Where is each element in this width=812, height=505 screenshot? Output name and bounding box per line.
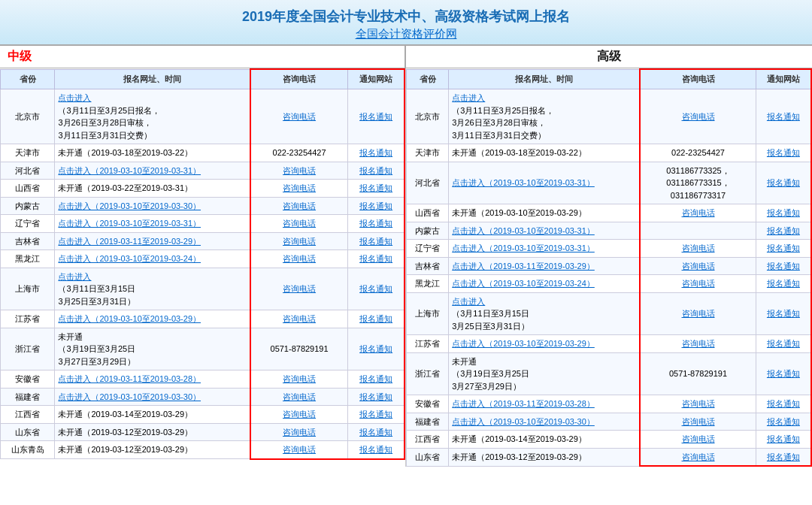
notification-link[interactable]: 报名通知 (359, 237, 392, 246)
notification-link[interactable]: 报名通知 (359, 254, 392, 263)
phone-cell[interactable]: 咨询电话 (250, 268, 348, 310)
phone-cell[interactable]: 咨询电话 (640, 204, 756, 222)
notification-cell[interactable]: 报名通知 (756, 395, 811, 413)
registration-cell[interactable]: 点击进入（2019-03-10至2019-03-30） (55, 388, 250, 406)
registration-cell[interactable]: 点击进入（3月11日至3月15日3月25日至3月31日） (55, 268, 250, 310)
phone-cell[interactable]: 咨询电话 (250, 388, 348, 406)
notification-link[interactable]: 报名通知 (767, 434, 800, 443)
phone-cell[interactable]: 咨询电话 (250, 310, 348, 328)
notification-cell[interactable]: 报名通知 (348, 250, 404, 268)
notification-link[interactable]: 报名通知 (359, 374, 392, 383)
registration-link[interactable]: 点击进入（2019-03-11至2019-03-28） (58, 374, 201, 383)
notification-link[interactable]: 报名通知 (359, 445, 392, 454)
notification-cell[interactable]: 报名通知 (348, 406, 404, 424)
registration-cell[interactable]: 点击进入（2019-03-10至2019-03-30） (449, 413, 641, 431)
registration-link[interactable]: 点击进入（2019-03-10至2019-03-31） (452, 243, 595, 252)
notification-cell[interactable]: 报名通知 (348, 232, 404, 250)
notification-cell[interactable]: 报名通知 (348, 180, 404, 198)
registration-link[interactable]: 点击进入（2019-03-10至2019-03-30） (58, 201, 201, 210)
phone-cell[interactable]: 咨询电话 (250, 232, 348, 250)
notification-link[interactable]: 报名通知 (767, 399, 800, 408)
notification-cell[interactable]: 报名通知 (756, 335, 811, 353)
phone-cell[interactable]: 咨询电话 (640, 413, 756, 431)
notification-cell[interactable]: 报名通知 (756, 257, 811, 275)
registration-cell[interactable]: 点击进入（2019-03-10至2019-03-31） (449, 240, 641, 258)
notification-link[interactable]: 报名通知 (767, 148, 800, 157)
registration-link[interactable]: 点击进入 (58, 93, 91, 102)
phone-cell[interactable]: 咨询电话 (640, 240, 756, 258)
registration-cell[interactable]: 点击进入（3月11日至3月25日报名，3月26日至3月28日审核，3月11日至3… (55, 89, 250, 144)
phone-cell[interactable]: 咨询电话 (640, 89, 756, 144)
registration-link[interactable]: 点击进入（2019-03-10至2019-03-24） (452, 279, 595, 288)
notification-link[interactable]: 报名通知 (359, 148, 392, 157)
registration-link[interactable]: 点击进入（2019-03-11至2019-03-29） (58, 237, 201, 246)
registration-link[interactable]: 点击进入（2019-03-10至2019-03-30） (452, 417, 595, 426)
notification-cell[interactable]: 报名通知 (348, 144, 404, 162)
phone-cell[interactable]: 咨询电话 (640, 335, 756, 353)
registration-cell[interactable]: 点击进入（2019-03-10至2019-03-29） (55, 310, 250, 328)
phone-cell[interactable]: 咨询电话 (250, 423, 348, 441)
phone-cell[interactable]: 咨询电话 (250, 180, 348, 198)
phone-link[interactable]: 咨询电话 (283, 374, 316, 383)
notification-cell[interactable]: 报名通知 (756, 413, 811, 431)
notification-link[interactable]: 报名通知 (767, 417, 800, 426)
notification-cell[interactable]: 报名通知 (348, 162, 404, 180)
notification-cell[interactable]: 报名通知 (756, 352, 811, 395)
notification-cell[interactable]: 报名通知 (756, 89, 811, 144)
phone-link[interactable]: 咨询电话 (283, 392, 316, 401)
phone-link[interactable]: 咨询电话 (283, 428, 316, 437)
notification-link[interactable]: 报名通知 (359, 166, 392, 175)
registration-cell[interactable]: 点击进入（2019-03-10至2019-03-31） (55, 215, 250, 233)
subtitle-link[interactable]: 全国会计资格评价网 (0, 27, 812, 41)
phone-link[interactable]: 咨询电话 (283, 445, 316, 454)
phone-cell[interactable]: 咨询电话 (640, 431, 756, 449)
registration-link[interactable]: 点击进入 (452, 93, 485, 102)
phone-link[interactable]: 咨询电话 (682, 243, 715, 252)
notification-link[interactable]: 报名通知 (767, 178, 800, 187)
notification-cell[interactable]: 报名通知 (348, 423, 404, 441)
notification-link[interactable]: 报名通知 (359, 183, 392, 192)
phone-link[interactable]: 咨询电话 (682, 208, 715, 217)
phone-link[interactable]: 咨询电话 (283, 183, 316, 192)
notification-cell[interactable]: 报名通知 (756, 431, 811, 449)
notification-link[interactable]: 报名通知 (359, 392, 392, 401)
registration-link[interactable]: 点击进入（2019-03-10至2019-03-29） (452, 339, 595, 348)
notification-cell[interactable]: 报名通知 (756, 144, 811, 162)
phone-link[interactable]: 咨询电话 (283, 201, 316, 210)
registration-link[interactable]: 点击进入（2019-03-10至2019-03-31） (58, 166, 201, 175)
phone-link[interactable]: 咨询电话 (682, 262, 715, 271)
phone-link[interactable]: 咨询电话 (682, 279, 715, 288)
phone-cell[interactable]: 咨询电话 (640, 292, 756, 335)
phone-cell[interactable]: 咨询电话 (640, 257, 756, 275)
phone-link[interactable]: 咨询电话 (283, 254, 316, 263)
phone-cell[interactable]: 咨询电话 (250, 197, 348, 215)
notification-cell[interactable]: 报名通知 (348, 197, 404, 215)
phone-link[interactable]: 咨询电话 (283, 284, 316, 293)
phone-cell[interactable]: 咨询电话 (640, 395, 756, 413)
phone-cell[interactable]: 咨询电话 (640, 448, 756, 466)
phone-cell[interactable]: 咨询电话 (250, 89, 348, 144)
notification-cell[interactable]: 报名通知 (348, 215, 404, 233)
registration-cell[interactable]: 点击进入（2019-03-11至2019-03-28） (449, 395, 641, 413)
notification-link[interactable]: 报名通知 (359, 201, 392, 210)
registration-link[interactable]: 点击进入（2019-03-10至2019-03-31） (452, 226, 595, 235)
notification-cell[interactable]: 报名通知 (348, 388, 404, 406)
registration-link[interactable]: 点击进入（2019-03-10至2019-03-31） (452, 178, 595, 187)
notification-link[interactable]: 报名通知 (359, 112, 392, 121)
phone-cell[interactable]: 咨询电话 (250, 406, 348, 424)
phone-link[interactable]: 咨询电话 (682, 452, 715, 461)
notification-link[interactable]: 报名通知 (767, 112, 800, 121)
notification-link[interactable]: 报名通知 (767, 369, 800, 378)
notification-link[interactable]: 报名通知 (359, 428, 392, 437)
phone-cell[interactable]: 咨询电话 (250, 250, 348, 268)
notification-link[interactable]: 报名通知 (767, 262, 800, 271)
registration-link[interactable]: 点击进入（2019-03-10至2019-03-30） (58, 392, 201, 401)
registration-cell[interactable]: 点击进入（2019-03-10至2019-03-31） (449, 222, 641, 240)
registration-link[interactable]: 点击进入（2019-03-11至2019-03-28） (452, 399, 595, 408)
notification-cell[interactable]: 报名通知 (348, 370, 404, 389)
notification-cell[interactable]: 报名通知 (348, 310, 404, 328)
registration-cell[interactable]: 点击进入（2019-03-10至2019-03-30） (55, 197, 250, 215)
registration-cell[interactable]: 点击进入（2019-03-11至2019-03-29） (449, 257, 641, 275)
registration-link[interactable]: 点击进入（2019-03-10至2019-03-24） (58, 254, 201, 263)
notification-link[interactable]: 报名通知 (359, 410, 392, 419)
